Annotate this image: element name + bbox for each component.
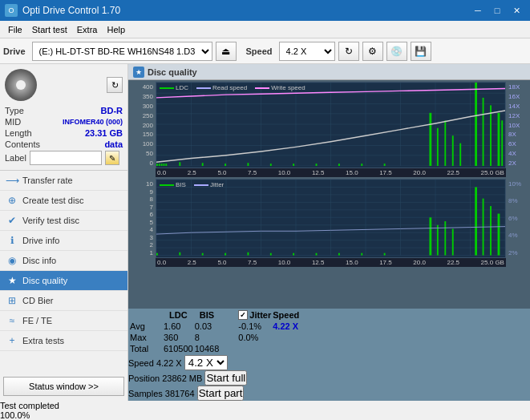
menu-help[interactable]: Help [102, 23, 130, 36]
read-label: Read speed [212, 84, 247, 91]
y-right-2x: 2X [508, 160, 516, 167]
max-ldc: 360 [164, 333, 193, 342]
eject-button[interactable]: ⏏ [216, 42, 237, 61]
title-bar: O Opti Drive Control 1.70 ─ □ ✕ [0, 0, 530, 21]
media-button[interactable]: 💿 [386, 42, 407, 61]
svg-rect-34 [384, 164, 386, 166]
svg-rect-29 [270, 164, 272, 166]
avg-jitter: -0.1% [238, 321, 271, 331]
status-window-button[interactable]: Status window >> [3, 377, 124, 396]
samples-row: Samples 381764 Start part [128, 386, 530, 401]
refresh-button[interactable]: ↻ [338, 42, 359, 61]
y-right-6x: 6X [508, 140, 516, 147]
svg-rect-28 [247, 163, 249, 166]
save-button[interactable]: 💾 [411, 42, 431, 61]
svg-rect-69 [202, 253, 204, 256]
disc-contents-value: data [104, 139, 123, 149]
disc-label-input[interactable] [30, 151, 102, 165]
drive-select[interactable]: (E:) HL-DT-ST BD-RE WH16NS48 1.D3 [32, 42, 212, 61]
y-label-300: 300 [143, 103, 153, 110]
disc-refresh-button[interactable]: ↻ [107, 77, 123, 93]
y2-label-5: 5 [150, 219, 153, 226]
y-label-250: 250 [143, 112, 153, 119]
speed-display-value: 4.22 X [156, 358, 182, 368]
disc-quality-icon-header: ★ [133, 67, 144, 78]
y2-label-3: 3 [150, 234, 153, 241]
svg-rect-79 [437, 225, 439, 256]
start-full-button[interactable]: Start full [204, 370, 247, 386]
svg-rect-31 [316, 164, 318, 166]
y2-right-4p: 4% [508, 232, 518, 239]
maximize-button[interactable]: □ [488, 3, 506, 18]
right-stats: Speed 4.22 X 4.2 X Position 23862 MB Sta… [128, 355, 530, 401]
legend-read: Read speed [196, 84, 247, 91]
disc-quality-icon: ★ [6, 275, 18, 286]
y2-label-6: 6 [150, 211, 153, 218]
progress-bar-container: 100.0% [0, 410, 530, 420]
svg-rect-75 [338, 253, 340, 256]
svg-rect-39 [459, 143, 461, 166]
close-button[interactable]: ✕ [508, 3, 525, 18]
sidebar-item-verify-test-disc[interactable]: ✔ Verify test disc [0, 211, 127, 231]
y-label-0: 0 [150, 160, 153, 167]
speed-display-label: Speed [128, 358, 154, 368]
status-text: Test completed [0, 401, 59, 410]
sidebar-item-extra-tests[interactable]: + Extra tests [0, 331, 127, 351]
sidebar-item-disc-quality[interactable]: ★ Disc quality [0, 271, 127, 291]
y2-right-2p: 2% [508, 249, 518, 256]
progress-text: 100.0% [0, 410, 30, 420]
main-area: ↻ Type BD-R MID INFOMER40 (000) Length 2… [0, 64, 530, 401]
transfer-rate-icon: ⟶ [6, 175, 18, 186]
svg-rect-37 [444, 120, 446, 166]
menu-bar: File Start test Extra Help [0, 21, 530, 38]
jitter-color [194, 184, 208, 186]
stats-row-total: Total 610500 10468 [130, 344, 299, 353]
max-bis: 8 [195, 333, 220, 342]
sidebar-item-disc-info[interactable]: ◉ Disc info [0, 251, 127, 271]
disc-mid-value: INFOMER40 (000) [63, 118, 123, 126]
svg-rect-27 [225, 164, 226, 166]
sidebar-item-cd-bier[interactable]: ⊞ CD Bier [0, 291, 127, 311]
max-jitter: 0.0% [238, 333, 271, 342]
ldc-label: LDC [176, 84, 188, 91]
menu-start-test[interactable]: Start test [27, 23, 72, 36]
create-test-disc-icon: ⊕ [6, 195, 18, 206]
speed-select[interactable]: 4.2 X [279, 42, 335, 61]
position-value: 23862 MB [162, 374, 202, 383]
bis-label: BIS [176, 181, 186, 188]
disc-label-button[interactable]: ✎ [105, 151, 119, 165]
svg-rect-40 [475, 83, 477, 166]
sidebar-item-fe-te[interactable]: ≈ FE / TE [0, 311, 127, 331]
sidebar-item-label: Create test disc [22, 196, 83, 205]
y-label-50: 50 [146, 150, 153, 157]
sidebar-item-create-test-disc[interactable]: ⊕ Create test disc [0, 191, 127, 211]
start-part-button[interactable]: Start part [197, 386, 245, 401]
disc-quality-title: Disc quality [148, 67, 197, 77]
sidebar-item-label: FE / TE [22, 316, 52, 325]
svg-rect-67 [156, 253, 158, 256]
speed-select2[interactable]: 4.2 X [184, 355, 228, 370]
total-bis: 10468 [195, 344, 220, 353]
disc-type-label: Type [5, 106, 24, 115]
settings-button[interactable]: ⚙ [362, 42, 383, 61]
sidebar-item-drive-info[interactable]: ℹ Drive info [0, 231, 127, 251]
svg-rect-36 [437, 128, 439, 166]
bis-color [160, 184, 174, 186]
disc-contents-label: Contents [5, 139, 40, 149]
minimize-button[interactable]: ─ [469, 3, 487, 18]
stats-table: LDC BIS ✓ Jitter Speed [128, 309, 530, 355]
svg-rect-68 [179, 252, 180, 256]
y-label-150: 150 [143, 131, 153, 138]
svg-rect-26 [202, 163, 204, 166]
sidebar: ↻ Type BD-R MID INFOMER40 (000) Length 2… [0, 64, 128, 401]
y-label-400: 400 [143, 83, 153, 91]
app-icon: O [5, 4, 18, 17]
svg-rect-20 [156, 164, 158, 166]
sidebar-item-transfer-rate[interactable]: ⟶ Transfer rate [0, 171, 127, 191]
jitter-checkbox[interactable]: ✓ [238, 310, 248, 320]
svg-rect-73 [293, 253, 294, 256]
menu-file[interactable]: File [3, 23, 27, 36]
disc-info-icon: ◉ [6, 255, 18, 266]
menu-extra[interactable]: Extra [72, 23, 103, 36]
disc-icon [5, 69, 37, 101]
